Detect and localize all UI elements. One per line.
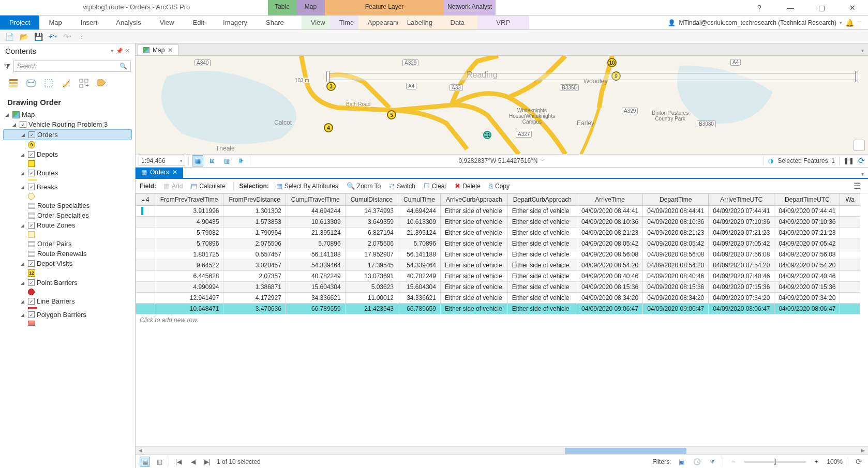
toc-depot-visits[interactable]: ◢✓Depot Visits: [3, 259, 132, 268]
toc-breaks[interactable]: ◢✓Breaks: [3, 182, 132, 192]
map-time-slider[interactable]: [328, 73, 857, 80]
new-project-icon[interactable]: 📄: [4, 32, 14, 42]
help-button[interactable]: ?: [749, 1, 770, 15]
attribute-table-grid[interactable]: ⏶4FromPrevTravelTimeFromPrevDistanceCumu…: [136, 193, 868, 446]
table-cell[interactable]: Either side of vehicle: [507, 228, 577, 238]
snap-tool-icon[interactable]: ⊪: [235, 155, 247, 167]
table-cell[interactable]: [840, 206, 860, 217]
table-cell[interactable]: Either side of vehicle: [507, 260, 577, 271]
table-cell[interactable]: 5.70896: [286, 238, 345, 249]
table-cell[interactable]: 4.90435: [155, 217, 223, 228]
table-cell[interactable]: 44.694244: [286, 206, 345, 217]
ribbon-tab-analysis[interactable]: Analysis: [107, 16, 150, 29]
table-cell[interactable]: 34.336621: [286, 293, 345, 304]
toc-polygon-barriers-symbol[interactable]: [3, 320, 132, 327]
table-cell[interactable]: 04/09/2020 07:15:36: [709, 282, 774, 293]
table-cell[interactable]: 1.790964: [223, 228, 286, 238]
orders-table-tab[interactable]: ▦ Orders ✕: [136, 167, 183, 178]
table-cell[interactable]: 40.782249: [398, 271, 441, 282]
next-record-icon[interactable]: ▶|: [202, 457, 213, 467]
copy-selection-button[interactable]: ⎘Copy: [486, 181, 513, 191]
table-cell[interactable]: 04/09/2020 08:15:36: [643, 282, 709, 293]
view-tabs-options-icon[interactable]: ▾: [857, 46, 868, 55]
table-row[interactable]: 4.904351.57385310.6133093.64935910.61330…: [136, 217, 860, 228]
table-cell[interactable]: 66.789659: [398, 304, 441, 314]
table-cell[interactable]: 4.990994: [155, 282, 223, 293]
table-cell[interactable]: 2.075506: [345, 238, 398, 249]
ribbon-tab-share[interactable]: Share: [257, 16, 293, 29]
table-cell[interactable]: 04/09/2020 07:34:20: [774, 293, 840, 304]
table-cell[interactable]: Either side of vehicle: [440, 249, 507, 260]
ribbon-tab-labeling[interactable]: Labeling: [398, 16, 438, 29]
toc-routes-symbol[interactable]: [3, 178, 132, 182]
qat-customize-icon[interactable]: ⋮: [77, 32, 87, 42]
table-cell[interactable]: Either side of vehicle: [507, 217, 577, 228]
ribbon-tab-imagery[interactable]: Imagery: [214, 16, 257, 29]
zoom-to-selection-button[interactable]: 🔍Zoom To: [343, 181, 384, 191]
table-cell[interactable]: 2.075506: [223, 238, 286, 249]
table-cell[interactable]: 66.789659: [286, 304, 345, 314]
table-cell[interactable]: 04/09/2020 08:06:47: [774, 304, 840, 314]
table-cell[interactable]: 3.649359: [345, 217, 398, 228]
table-cell[interactable]: 04/09/2020 07:05:42: [774, 238, 840, 249]
open-project-icon[interactable]: 📂: [19, 32, 29, 42]
table-cell[interactable]: 10.648471: [155, 304, 223, 314]
delete-selection-button[interactable]: ✖Delete: [452, 181, 484, 191]
table-cell[interactable]: 04/09/2020 07:21:23: [709, 228, 774, 238]
table-tabs-options-icon[interactable]: ▾: [857, 170, 868, 178]
select-tool-icon[interactable]: ▦: [192, 155, 203, 167]
close-button[interactable]: ✕: [842, 1, 863, 15]
table-cell[interactable]: 04/09/2020 07:40:46: [774, 271, 840, 282]
pane-close-icon[interactable]: ✕: [125, 48, 130, 54]
table-cell[interactable]: [840, 271, 860, 282]
table-cell[interactable]: 1.573853: [223, 217, 286, 228]
table-row[interactable]: 3.9119961.30130244.69424414.37499344.694…: [136, 206, 860, 217]
table-cell[interactable]: [840, 304, 860, 314]
table-cell[interactable]: 9.64522: [155, 260, 223, 271]
column-header[interactable]: DepartTime: [643, 194, 709, 206]
table-cell[interactable]: 04/09/2020 09:06:47: [643, 304, 709, 314]
table-row[interactable]: 12.9414974.17292734.33662111.0001234.336…: [136, 293, 860, 304]
column-header[interactable]: CumulTravelTime: [286, 194, 345, 206]
table-cell[interactable]: Either side of vehicle: [507, 304, 577, 314]
scrollbar-thumb[interactable]: [565, 448, 686, 454]
table-cell[interactable]: 3.020457: [223, 260, 286, 271]
table-cell[interactable]: 04/09/2020 08:40:46: [643, 271, 709, 282]
table-cell[interactable]: Either side of vehicle: [507, 282, 577, 293]
redo-icon[interactable]: ↷▾: [62, 32, 72, 42]
table-cell[interactable]: 04/09/2020 08:56:08: [643, 249, 709, 260]
close-tab-icon[interactable]: ✕: [168, 47, 173, 54]
table-cell[interactable]: 04/09/2020 07:40:46: [709, 271, 774, 282]
row-handle[interactable]: [136, 304, 155, 314]
ribbon-collapse-icon[interactable]: ﹀: [857, 19, 862, 26]
table-cell[interactable]: Either side of vehicle: [440, 282, 507, 293]
table-cell[interactable]: 04/09/2020 07:44:41: [774, 206, 840, 217]
map-depot[interactable]: 11: [483, 131, 491, 139]
table-cell[interactable]: 04/09/2020 07:34:20: [709, 293, 774, 304]
row-selector-header[interactable]: ⏶4: [136, 194, 155, 206]
table-cell[interactable]: 5.70896: [155, 238, 223, 249]
table-row[interactable]: 4.9909941.38687115.6043045.0362315.60430…: [136, 282, 860, 293]
table-cell[interactable]: [840, 238, 860, 249]
toc-order-specialties[interactable]: ◢Order Specialties: [3, 210, 132, 220]
list-by-snapping-icon[interactable]: +: [78, 77, 90, 89]
undo-icon[interactable]: ↶▾: [48, 32, 58, 42]
table-cell[interactable]: Either side of vehicle: [440, 304, 507, 314]
table-cell[interactable]: 1.386871: [223, 282, 286, 293]
table-cell[interactable]: 04/09/2020 08:34:20: [577, 293, 643, 304]
table-cell[interactable]: 04/09/2020 09:06:47: [577, 304, 643, 314]
table-cell[interactable]: 04/09/2020 08:44:41: [577, 206, 643, 217]
map-popout-icon[interactable]: [854, 140, 865, 151]
ribbon-tab-view[interactable]: View: [151, 16, 184, 29]
table-cell[interactable]: 5.03623: [345, 282, 398, 293]
save-project-icon[interactable]: 💾: [33, 32, 43, 42]
table-cell[interactable]: 6.827194: [345, 228, 398, 238]
toc-depots-symbol[interactable]: [3, 159, 132, 168]
toc-map[interactable]: ◢Map: [3, 110, 132, 119]
table-cell[interactable]: 04/09/2020 07:10:36: [709, 217, 774, 228]
table-cell[interactable]: 04/09/2020 08:56:08: [577, 249, 643, 260]
table-cell[interactable]: 15.604304: [286, 282, 345, 293]
table-cell[interactable]: Either side of vehicle: [440, 206, 507, 217]
toc-routes[interactable]: ◢✓Routes: [3, 168, 132, 178]
table-cell[interactable]: 56.141188: [398, 249, 441, 260]
